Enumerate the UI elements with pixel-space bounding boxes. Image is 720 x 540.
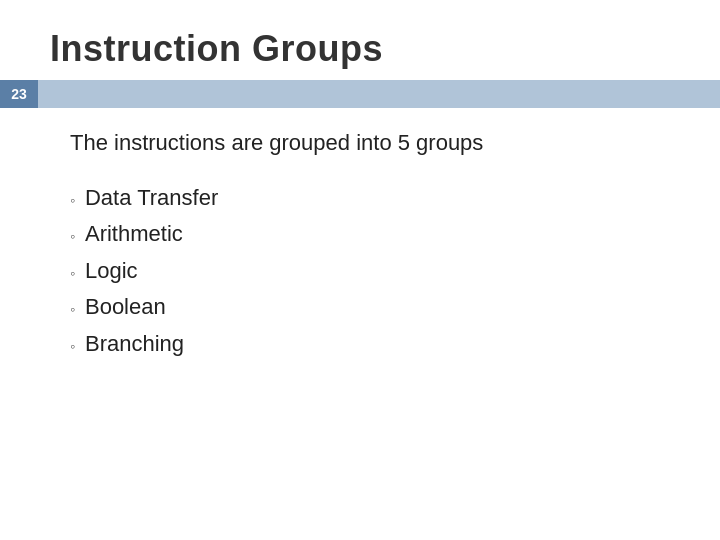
slide-title: Instruction Groups (50, 28, 670, 70)
bullet-dot-icon: ◦ (70, 335, 75, 357)
slide-number-bar: 23 (0, 80, 720, 108)
intro-text: The instructions are grouped into 5 grou… (70, 130, 670, 156)
bullet-dot-icon: ◦ (70, 225, 75, 247)
list-item: ◦Boolean (70, 289, 670, 325)
list-item: ◦Arithmetic (70, 216, 670, 252)
bullet-list: ◦Data Transfer◦Arithmetic◦Logic◦Boolean◦… (70, 180, 670, 362)
content-area: The instructions are grouped into 5 grou… (0, 108, 720, 382)
bullet-dot-icon: ◦ (70, 298, 75, 320)
slide-number: 23 (0, 80, 38, 108)
list-item-text: Arithmetic (85, 221, 183, 247)
list-item-text: Data Transfer (85, 185, 218, 211)
list-item: ◦Data Transfer (70, 180, 670, 216)
list-item: ◦Logic (70, 253, 670, 289)
bullet-dot-icon: ◦ (70, 262, 75, 284)
slide: Instruction Groups 23 The instructions a… (0, 0, 720, 540)
title-area: Instruction Groups (0, 0, 720, 80)
list-item-text: Boolean (85, 294, 166, 320)
list-item-text: Logic (85, 258, 138, 284)
list-item: ◦Branching (70, 326, 670, 362)
bullet-dot-icon: ◦ (70, 189, 75, 211)
divider-line (38, 80, 720, 108)
list-item-text: Branching (85, 331, 184, 357)
